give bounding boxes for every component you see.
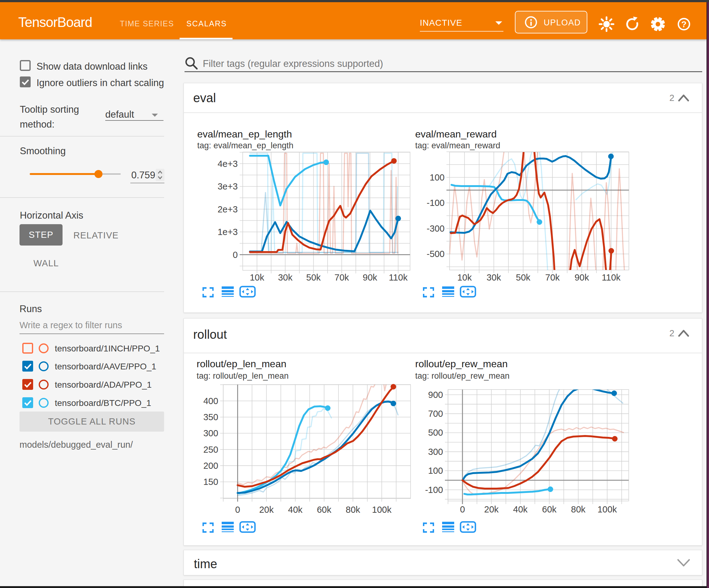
svg-text:50k: 50k <box>516 273 530 282</box>
svg-text:80k: 80k <box>571 504 586 514</box>
svg-text:?: ? <box>681 20 686 29</box>
svg-text:350: 350 <box>203 412 218 422</box>
svg-text:20k: 20k <box>259 505 274 515</box>
svg-text:90k: 90k <box>574 273 589 282</box>
svg-text:100: 100 <box>428 466 443 476</box>
svg-text:-300: -300 <box>427 224 445 233</box>
svg-text:700: 700 <box>428 409 443 419</box>
svg-text:40k: 40k <box>513 504 528 514</box>
svg-text:20k: 20k <box>484 504 499 514</box>
svg-text:70k: 70k <box>334 273 349 282</box>
svg-text:80k: 80k <box>345 505 360 515</box>
svg-text:40k: 40k <box>288 505 303 515</box>
svg-text:900: 900 <box>428 390 443 400</box>
svg-text:300: 300 <box>428 447 443 457</box>
svg-text:0: 0 <box>235 505 240 515</box>
svg-text:4e+3: 4e+3 <box>217 159 237 169</box>
svg-text:400: 400 <box>203 396 218 406</box>
svg-text:30k: 30k <box>278 273 292 282</box>
svg-text:300: 300 <box>203 428 218 438</box>
svg-text:90k: 90k <box>363 273 377 282</box>
svg-text:150: 150 <box>203 477 218 487</box>
svg-text:0: 0 <box>460 504 465 514</box>
svg-text:30k: 30k <box>487 273 501 282</box>
svg-text:110k: 110k <box>389 273 408 282</box>
svg-text:70k: 70k <box>545 273 560 282</box>
svg-text:60k: 60k <box>317 505 331 515</box>
svg-text:-100: -100 <box>427 198 445 208</box>
svg-text:3e+3: 3e+3 <box>217 181 237 191</box>
svg-text:500: 500 <box>428 428 443 438</box>
svg-text:-100: -100 <box>425 485 443 495</box>
svg-text:-500: -500 <box>427 249 445 259</box>
svg-text:60k: 60k <box>542 504 557 514</box>
svg-text:2e+3: 2e+3 <box>217 204 237 214</box>
svg-text:1e+3: 1e+3 <box>217 227 237 237</box>
svg-text:250: 250 <box>203 445 218 455</box>
svg-text:100k: 100k <box>372 505 391 515</box>
svg-text:100: 100 <box>429 173 444 182</box>
svg-text:10k: 10k <box>457 273 472 282</box>
svg-text:200: 200 <box>203 461 218 471</box>
svg-text:10k: 10k <box>250 273 264 282</box>
svg-text:50k: 50k <box>306 273 321 282</box>
svg-text:100k: 100k <box>598 504 617 514</box>
svg-text:0: 0 <box>233 250 237 260</box>
svg-text:110k: 110k <box>602 273 621 282</box>
